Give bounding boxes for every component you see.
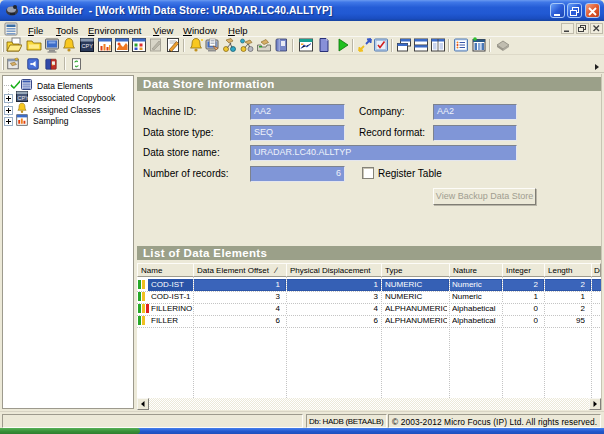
svg-text:CPY: CPY	[82, 43, 94, 49]
svg-text:CPY: CPY	[18, 95, 29, 101]
